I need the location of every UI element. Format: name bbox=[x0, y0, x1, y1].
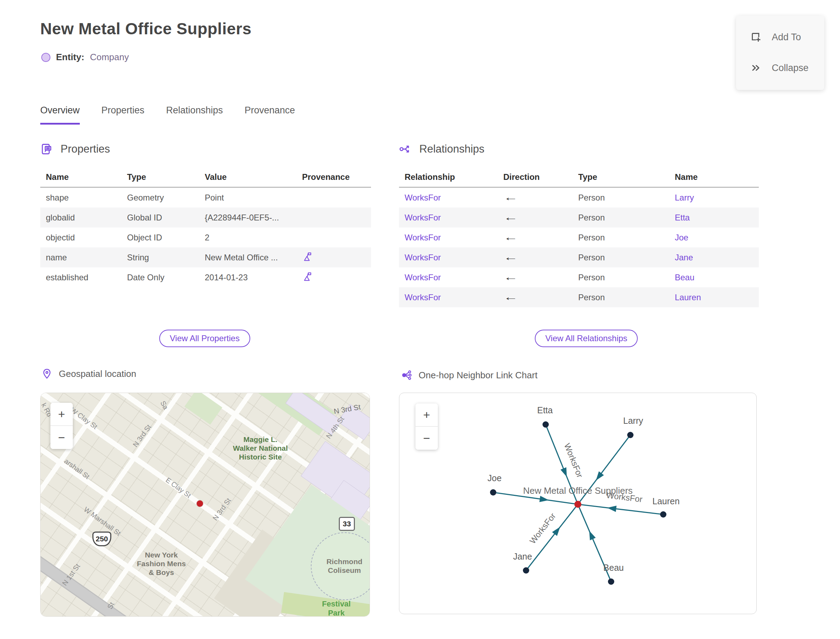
tab-overview[interactable]: Overview bbox=[40, 105, 80, 125]
tab-relationships[interactable]: Relationships bbox=[166, 105, 223, 125]
column-header: Provenance bbox=[296, 172, 371, 182]
column-header: Type bbox=[573, 172, 669, 182]
property-type: Date Only bbox=[121, 273, 199, 282]
map-labels-layer: k RdW Clay StSaarshall StN 3rd StE Clay … bbox=[41, 393, 370, 616]
relationship-direction: ← bbox=[498, 212, 573, 223]
relationship-name-link[interactable]: Etta bbox=[669, 213, 759, 223]
property-row: globalidGlobal ID{A228944F-0EF5-... bbox=[40, 208, 371, 227]
tabs: OverviewPropertiesRelationshipsProvenanc… bbox=[40, 105, 317, 125]
column-header: Relationship bbox=[399, 172, 498, 182]
properties-table: NameTypeValueProvenanceshapeGeometryPoin… bbox=[40, 167, 371, 287]
person-node[interactable] bbox=[660, 511, 667, 518]
provenance-flag-icon[interactable] bbox=[302, 271, 313, 282]
relationship-row: WorksFor←PersonLarry bbox=[399, 188, 759, 208]
person-node[interactable] bbox=[490, 489, 496, 496]
node-label: Joe bbox=[488, 473, 501, 483]
relationship-name-link[interactable]: Beau bbox=[669, 273, 759, 282]
property-value: 2014-01-23 bbox=[199, 273, 296, 282]
entity-details-page: New Metal Office Suppliers Entity: Compa… bbox=[0, 0, 840, 639]
edge-arrowhead bbox=[589, 531, 596, 540]
relationship-link[interactable]: WorksFor bbox=[399, 253, 498, 262]
relationship-name-link[interactable]: Lauren bbox=[669, 292, 759, 302]
add-to-button[interactable]: Add To bbox=[750, 25, 824, 49]
relationship-type: Person bbox=[573, 233, 669, 243]
relationship-name-link[interactable]: Jane bbox=[669, 253, 759, 262]
link-edge bbox=[578, 504, 663, 514]
center-entity-node[interactable] bbox=[574, 501, 581, 508]
person-node[interactable] bbox=[523, 567, 529, 574]
property-value: {A228944F-0EF5-... bbox=[199, 213, 296, 223]
add-to-label: Add To bbox=[772, 32, 801, 43]
map-street-label: arshall St bbox=[63, 457, 91, 480]
property-value: 2 bbox=[199, 233, 296, 243]
relationship-link[interactable]: WorksFor bbox=[399, 213, 498, 223]
map-street-label: Sa bbox=[159, 399, 170, 411]
properties-section-header: Properties bbox=[40, 143, 110, 155]
tab-provenance[interactable]: Provenance bbox=[245, 105, 295, 125]
property-type: Object ID bbox=[121, 233, 199, 243]
person-node[interactable] bbox=[608, 579, 614, 585]
relationship-link[interactable]: WorksFor bbox=[399, 273, 498, 282]
entity-type-badge bbox=[41, 53, 50, 62]
left-arrow-icon: ← bbox=[503, 252, 518, 263]
property-name: globalid bbox=[40, 213, 121, 223]
relationship-type: Person bbox=[573, 292, 669, 302]
tab-properties[interactable]: Properties bbox=[102, 105, 145, 125]
left-arrow-icon: ← bbox=[503, 232, 518, 243]
person-node[interactable] bbox=[627, 432, 633, 438]
map-street-label: W Clay St bbox=[69, 405, 99, 431]
relationships-section-title: Relationships bbox=[419, 143, 484, 155]
column-header: Direction bbox=[498, 172, 573, 182]
link-chart-panel[interactable]: WorksForWorksForWorksForEttaLarryJoeJane… bbox=[399, 393, 757, 614]
relationship-direction: ← bbox=[498, 192, 573, 203]
entity-location-marker[interactable] bbox=[197, 501, 203, 507]
add-to-icon bbox=[750, 31, 762, 43]
property-value: New Metal Office ... bbox=[199, 253, 296, 262]
chart-zoom-in-button[interactable]: + bbox=[415, 404, 438, 427]
property-row: objectidObject ID2 bbox=[40, 227, 371, 247]
edge-arrowhead bbox=[607, 505, 617, 512]
link-chart-canvas[interactable]: WorksForWorksForWorksForEttaLarryJoeJane… bbox=[399, 393, 756, 614]
view-all-relationships-button[interactable]: View All Relationships bbox=[535, 330, 638, 347]
relationship-direction: ← bbox=[498, 292, 573, 303]
relationship-link[interactable]: WorksFor bbox=[399, 193, 498, 203]
relationship-row: WorksFor←PersonEtta bbox=[399, 208, 759, 227]
property-provenance bbox=[296, 251, 371, 264]
edge-arrowhead bbox=[539, 496, 549, 502]
collapse-label: Collapse bbox=[772, 63, 808, 73]
relationship-link[interactable]: WorksFor bbox=[399, 233, 498, 243]
property-row: nameStringNew Metal Office ... bbox=[40, 247, 371, 267]
view-all-properties-button[interactable]: View All Properties bbox=[159, 330, 250, 347]
entity-type-value: Company bbox=[90, 52, 129, 63]
property-row: establishedDate Only2014-01-23 bbox=[40, 267, 371, 287]
property-type: Geometry bbox=[121, 193, 199, 203]
property-row: shapeGeometryPoint bbox=[40, 188, 371, 208]
collapse-button[interactable]: Collapse bbox=[750, 56, 824, 79]
relationship-name-link[interactable]: Joe bbox=[669, 233, 759, 243]
route-shield: 33 bbox=[339, 517, 355, 531]
chart-zoom-control: + − bbox=[415, 404, 438, 450]
edge-label: WorksFor bbox=[528, 511, 558, 545]
map-street-label: N 3rd St bbox=[131, 423, 153, 448]
relationship-link[interactable]: WorksFor bbox=[399, 292, 498, 302]
relationships-header-row: RelationshipDirectionTypeName bbox=[399, 167, 759, 188]
map-zoom-in-button[interactable]: + bbox=[50, 403, 73, 426]
relationship-type: Person bbox=[573, 253, 669, 262]
relationship-type: Person bbox=[573, 193, 669, 203]
provenance-flag-icon[interactable] bbox=[302, 251, 313, 262]
column-header: Name bbox=[40, 172, 121, 182]
relationship-row: WorksFor←PersonJoe bbox=[399, 227, 759, 247]
relationship-name-link[interactable]: Larry bbox=[669, 193, 759, 203]
map-zoom-out-button[interactable]: − bbox=[50, 426, 73, 449]
relationship-row: WorksFor←PersonJane bbox=[399, 247, 759, 267]
property-name: shape bbox=[40, 193, 121, 203]
relationship-type: Person bbox=[573, 273, 669, 282]
person-node[interactable] bbox=[542, 421, 549, 428]
relationships-table: RelationshipDirectionTypeNameWorksFor←Pe… bbox=[399, 167, 759, 307]
linkchart-header: One-hop Neighbor Link Chart bbox=[401, 370, 538, 381]
linkchart-title: One-hop Neighbor Link Chart bbox=[418, 370, 538, 381]
chart-zoom-out-button[interactable]: − bbox=[415, 427, 438, 450]
map-panel[interactable]: k RdW Clay StSaarshall StN 3rd StE Clay … bbox=[40, 393, 370, 617]
property-name: objectid bbox=[40, 233, 121, 243]
properties-icon bbox=[40, 143, 53, 155]
